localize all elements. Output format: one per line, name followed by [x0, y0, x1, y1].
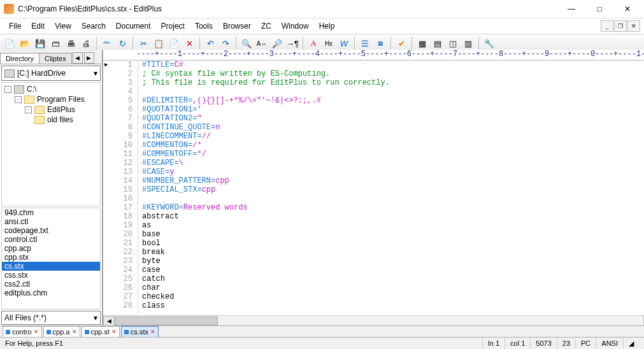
scroll-track[interactable]	[115, 317, 643, 325]
mdi-restore-button[interactable]: ❐	[614, 20, 627, 32]
code-line[interactable]: #COMMENTOFF=*/	[142, 150, 390, 159]
mdi-minimize-button[interactable]: _	[601, 20, 613, 32]
cut-icon[interactable]: ✂	[136, 36, 150, 50]
menu-window[interactable]: Window	[276, 21, 314, 31]
file-list-item[interactable]: cs.stx	[2, 262, 100, 271]
horizontal-scrollbar[interactable]: ◀ ▶	[103, 315, 644, 326]
scroll-left-button[interactable]: ◀	[103, 316, 115, 326]
mdi-close-button[interactable]: ✕	[627, 20, 640, 32]
sidebar-tab-prev[interactable]: ◀	[73, 52, 83, 64]
find-in-files-icon[interactable]: 🔎	[270, 36, 284, 50]
code-line[interactable]: #QUOTATION1='	[142, 105, 390, 114]
file-filter[interactable]: All Files (*.*) ▾	[1, 311, 101, 325]
close-button[interactable]: ✕	[613, 0, 641, 18]
menu-file[interactable]: File	[4, 21, 26, 31]
new-file-icon[interactable]: 📄	[3, 36, 17, 50]
sidebar-tab-next[interactable]: ▶	[84, 52, 94, 64]
code-line[interactable]: ; This file is required for EditPlus to …	[142, 78, 390, 87]
code-line[interactable]: as	[142, 221, 390, 230]
tree-item[interactable]: -Program Files	[2, 94, 100, 104]
menu-help[interactable]: Help	[314, 21, 340, 31]
file-list-item[interactable]: codepage.txt	[2, 226, 100, 235]
check-icon[interactable]: ✔	[394, 36, 408, 50]
redo-icon[interactable]: ↷	[218, 36, 233, 50]
menu-zc[interactable]: ZC	[256, 21, 276, 31]
menu-search[interactable]: Search	[76, 21, 111, 31]
menu-view[interactable]: View	[50, 21, 76, 31]
folder-tree[interactable]: -C:\-Program Files-EditPlus-old files	[1, 82, 101, 206]
code-area[interactable]: 1234567891011121314151617181920212223242…	[103, 61, 644, 315]
tree-item[interactable]: -EditPlus	[2, 104, 100, 115]
browser-tool-icon[interactable]: 🔧	[482, 36, 496, 50]
menu-document[interactable]: Document	[111, 21, 156, 31]
delete-icon[interactable]: ✕	[182, 36, 196, 50]
code-line[interactable]: #KEYWORD=Reserved words	[142, 203, 390, 212]
code-line[interactable]: #LINECOMMENT=//	[142, 132, 390, 141]
maximize-button[interactable]: □	[585, 0, 613, 18]
code-line[interactable]	[142, 87, 390, 96]
code-line[interactable]: class	[142, 301, 390, 310]
tool3-icon[interactable]: ◫	[446, 36, 460, 50]
tab-close-icon[interactable]: ✕	[111, 329, 117, 335]
menu-browser[interactable]: Browser	[218, 21, 256, 31]
tab-close-icon[interactable]: ✕	[72, 329, 77, 335]
code-line[interactable]: #DELIMITER=,(){}[]-+*%/\="'~!&|<>?:;,.#	[142, 96, 390, 105]
sidebar-tab-directory[interactable]: Directory	[0, 53, 39, 64]
spellcheck-icon[interactable]: ᴬᴮᶜ	[100, 36, 114, 50]
code-line[interactable]: abstract	[142, 212, 390, 221]
code-line[interactable]	[142, 194, 390, 203]
code-line[interactable]: #COMMENTON=/*	[142, 141, 390, 150]
code-line[interactable]: #CONTINUE_QUOTE=n	[142, 123, 390, 132]
code-line[interactable]: #NUMBER_PATTERN=cpp	[142, 176, 390, 185]
tool4-icon[interactable]: ▥	[461, 36, 475, 50]
code-line[interactable]: bool	[142, 239, 390, 248]
code-line[interactable]: case	[142, 266, 390, 274]
tree-item[interactable]: -C:\	[2, 84, 100, 94]
code-line[interactable]: catch	[142, 274, 390, 283]
undo-icon[interactable]: ↶	[203, 36, 217, 50]
code-line[interactable]: #QUOTATION2="	[142, 114, 390, 123]
sidebar-tab-cliptext[interactable]: Cliptex	[39, 53, 72, 64]
file-list-item[interactable]: cpp.stx	[2, 253, 100, 262]
find-icon[interactable]: 🔍	[240, 36, 254, 50]
file-list-item[interactable]: ansi.ctl	[2, 217, 100, 226]
file-list-item[interactable]: css.stx	[2, 271, 100, 280]
tool1-icon[interactable]: ▦	[415, 36, 429, 50]
document-tab[interactable]: contro✕	[3, 326, 42, 338]
hex-icon[interactable]: Hx	[322, 36, 336, 50]
code-line[interactable]: char	[142, 283, 390, 292]
file-list-item[interactable]: css2.ctl	[2, 280, 100, 288]
tool2-icon[interactable]: ▤	[431, 36, 445, 50]
document-tab[interactable]: cs.stx✕	[121, 326, 159, 338]
open-file-icon[interactable]: 📂	[18, 36, 32, 50]
copy-icon[interactable]: 📋	[152, 36, 166, 50]
drive-selector[interactable]: [C:] HardDrive ▾	[1, 66, 101, 81]
paste-icon[interactable]: 📄	[167, 36, 181, 50]
collapse-icon[interactable]: -	[15, 96, 22, 103]
menu-project[interactable]: Project	[156, 21, 190, 31]
code-line[interactable]: #TITLE=C#	[142, 61, 390, 69]
code-line[interactable]: break	[142, 248, 390, 257]
file-list-item[interactable]: cpp.acp	[2, 244, 100, 253]
scroll-thumb[interactable]	[115, 317, 218, 325]
document-tab[interactable]: cpp.a✕	[43, 326, 80, 338]
print-preview-icon[interactable]: 🖨	[79, 36, 93, 50]
collapse-icon[interactable]: -	[4, 86, 11, 93]
print-icon[interactable]: 🖶	[64, 36, 78, 50]
collapse-icon[interactable]: -	[25, 106, 32, 113]
code-text[interactable]: #TITLE=C#; C# syntax file written by ES-…	[138, 61, 390, 315]
redo-arrow-icon[interactable]: ↻	[115, 36, 129, 50]
file-list[interactable]: 949.chmansi.ctlcodepage.txtcontrol.ctlcp…	[1, 208, 101, 310]
file-list-item[interactable]: editplus.chm	[2, 288, 100, 297]
replace-icon[interactable]: A↔	[255, 36, 269, 50]
save-all-icon[interactable]: 🗃	[48, 36, 62, 50]
code-line[interactable]: #SPECIAL_STX=cpp	[142, 185, 390, 194]
code-line[interactable]: ; C# syntax file written by ES-Computing…	[142, 69, 390, 78]
goto-icon[interactable]: →¶	[285, 36, 299, 50]
file-list-item[interactable]: control.ctl	[2, 235, 100, 244]
menu-edit[interactable]: Edit	[26, 21, 50, 31]
document-tab[interactable]: cpp.st✕	[82, 326, 120, 338]
code-line[interactable]: base	[142, 230, 390, 239]
code-line[interactable]: byte	[142, 257, 390, 266]
code-line[interactable]: #CASE=y	[142, 167, 390, 176]
